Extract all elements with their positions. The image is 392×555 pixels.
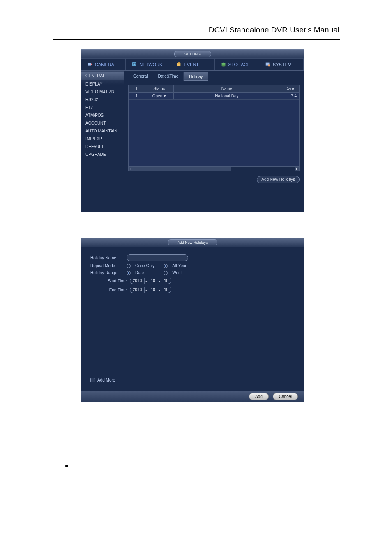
dropdown-arrow-icon (164, 95, 166, 97)
all-year-radio[interactable] (164, 264, 168, 268)
dialog-body: Holiday Name Repeat Mode Once Only All-Y… (81, 247, 304, 391)
sidebar-item-upgrade[interactable]: UPGRADE (81, 150, 124, 158)
chevron-right-icon (296, 168, 298, 170)
start-year[interactable]: 2013 (130, 278, 145, 284)
setting-window: SETTING CAMERA NETWORK EVENT STORAGE (81, 49, 304, 212)
sidebar-item-atmpos[interactable]: ATM/POS (81, 111, 124, 119)
once-only-radio[interactable] (127, 264, 131, 268)
subtab-holiday[interactable]: Holiday (184, 72, 208, 81)
sidebar-item-automaintain[interactable]: AUTO MAINTAIN (81, 127, 124, 135)
sidebar-item-impexp[interactable]: IMP/EXP (81, 135, 124, 143)
document-header: DCVI Standalone DVR User's Manual (209, 25, 339, 35)
date-sep: - (158, 279, 161, 283)
subtab-datetime[interactable]: Date&Time (153, 72, 184, 81)
window-title: SETTING (174, 51, 211, 57)
holiday-range-row: Holiday Range Date Week (90, 271, 295, 275)
holiday-table: 1 Status Name Date 1 Open National Day 7… (128, 85, 300, 171)
cell-status-dropdown[interactable]: Open (145, 92, 174, 99)
cell-num: 1 (129, 92, 145, 99)
camera-icon (87, 62, 93, 67)
event-icon (176, 62, 182, 67)
dialog-title: Add New Holidays (168, 239, 217, 245)
svg-point-8 (221, 65, 225, 67)
scroll-right-button[interactable] (295, 167, 299, 171)
add-more-label: Add More (97, 378, 115, 382)
end-date-field[interactable]: 2013 - 10 - 18 (130, 287, 171, 293)
scroll-thumb[interactable] (133, 167, 231, 171)
start-time-label: Start Time (103, 279, 127, 283)
tab-label: EVENT (184, 62, 199, 67)
button-row: Add New Holidays (128, 171, 300, 183)
scroll-left-button[interactable] (129, 167, 133, 171)
start-day[interactable]: 18 (161, 278, 171, 284)
table-row[interactable]: 1 Open National Day 7.4 (129, 92, 299, 100)
week-label: Week (172, 271, 182, 275)
cell-date: 7.4 (280, 92, 299, 99)
subtab-general[interactable]: General (128, 72, 153, 81)
sidebar-item-account[interactable]: ACCOUNT (81, 119, 124, 127)
week-radio[interactable] (164, 271, 168, 275)
dialog-titlebar: Add New Holidays (81, 238, 304, 247)
end-time-row: End Time 2013 - 10 - 18 (90, 287, 295, 293)
svg-point-10 (268, 64, 270, 66)
sidebar-item-rs232[interactable]: RS232 (81, 96, 124, 104)
tab-storage[interactable]: STORAGE (215, 59, 259, 70)
svg-rect-0 (88, 63, 91, 66)
sidebar-item-general[interactable]: GENERAL (81, 72, 124, 80)
holiday-name-input[interactable] (127, 254, 188, 261)
add-button[interactable]: Add (249, 393, 269, 400)
end-day[interactable]: 18 (161, 287, 171, 293)
category-tabs: CAMERA NETWORK EVENT STORAGE SYSTEM (81, 59, 304, 71)
scroll-track[interactable] (133, 167, 295, 171)
chevron-left-icon (130, 168, 131, 170)
holiday-name-row: Holiday Name (90, 254, 295, 261)
tab-event[interactable]: EVENT (170, 59, 214, 70)
dialog-footer: Add Cancel (81, 391, 304, 402)
sidebar-item-display[interactable]: DISPLAY (81, 80, 124, 88)
repeat-mode-label: Repeat Mode (90, 264, 123, 268)
svg-rect-3 (134, 63, 136, 65)
tab-label: STORAGE (228, 62, 251, 67)
start-date-field[interactable]: 2013 - 10 - 18 (130, 278, 171, 284)
repeat-mode-row: Repeat Mode Once Only All-Year (90, 264, 295, 268)
col-status: Status (145, 85, 174, 92)
tab-label: CAMERA (95, 62, 114, 67)
tab-label: SYSTEM (273, 62, 291, 67)
end-month[interactable]: 10 (148, 287, 158, 293)
holiday-name-label: Holiday Name (90, 256, 123, 260)
date-label: Date (135, 271, 144, 275)
tab-network[interactable]: NETWORK (126, 59, 170, 70)
svg-rect-5 (178, 62, 180, 64)
end-time-label: End Time (103, 288, 127, 292)
date-radio[interactable] (127, 271, 131, 275)
end-year[interactable]: 2013 (130, 287, 145, 293)
start-time-row: Start Time 2013 - 10 - 18 (90, 278, 295, 284)
header-rule (53, 39, 340, 40)
all-year-label: All-Year (172, 264, 187, 268)
add-more-row: Add More (90, 378, 115, 382)
date-sep: - (145, 288, 148, 292)
h-scrollbar[interactable] (129, 166, 299, 171)
once-only-label: Once Only (135, 264, 154, 268)
system-icon (265, 62, 271, 67)
table-header: 1 Status Name Date (129, 85, 299, 92)
svg-marker-1 (91, 63, 92, 66)
status-value: Open (152, 92, 162, 100)
cancel-button[interactable]: Cancel (273, 393, 298, 400)
tab-system[interactable]: SYSTEM (259, 59, 304, 70)
sidebar-item-ptz[interactable]: PTZ (81, 104, 124, 111)
col-num: 1 (129, 85, 145, 92)
cell-name: National Day (174, 92, 280, 99)
tab-camera[interactable]: CAMERA (81, 59, 126, 70)
start-month[interactable]: 10 (148, 278, 158, 284)
sidebar-item-videomatrix[interactable]: VIDEO MATRIX (81, 88, 124, 96)
add-new-holidays-button[interactable]: Add New Holidays (257, 176, 300, 183)
holiday-range-label: Holiday Range (90, 271, 123, 275)
sidebar-item-default[interactable]: DEFAULT (81, 143, 124, 150)
add-holidays-window: Add New Holidays Holiday Name Repeat Mod… (81, 238, 304, 402)
network-icon (131, 62, 137, 67)
date-sep: - (145, 279, 148, 283)
svg-rect-4 (177, 63, 181, 66)
date-sep: - (158, 288, 161, 292)
add-more-checkbox[interactable] (90, 378, 95, 382)
